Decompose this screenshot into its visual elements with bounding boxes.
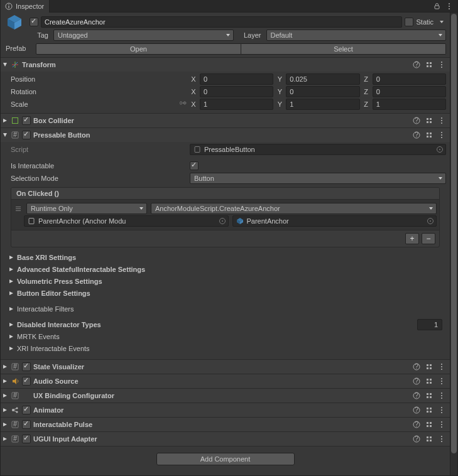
svg-rect-12 bbox=[427, 62, 428, 64]
event-target-field[interactable]: ParentAnchor (Anchor Modu bbox=[24, 215, 229, 227]
preset-icon[interactable] bbox=[425, 60, 433, 69]
mrtk-events-section[interactable]: MRTK Events bbox=[4, 330, 446, 342]
component-title: UX Binding Configurator bbox=[33, 392, 114, 399]
inspector-tab[interactable]: Inspector bbox=[1, 0, 50, 13]
foldout-icon[interactable] bbox=[2, 364, 8, 370]
component-enabled-checkbox[interactable] bbox=[22, 377, 31, 386]
preset-icon[interactable] bbox=[425, 362, 433, 371]
foldout-icon[interactable] bbox=[2, 378, 8, 384]
position-z-input[interactable]: 0 bbox=[373, 73, 446, 85]
help-icon[interactable]: ? bbox=[412, 377, 421, 386]
kebab-icon[interactable] bbox=[437, 391, 446, 400]
help-icon[interactable]: ? bbox=[412, 420, 421, 429]
preset-icon[interactable] bbox=[425, 131, 433, 139]
enabled-checkbox[interactable] bbox=[30, 18, 38, 26]
rotation-x-input[interactable]: 0 bbox=[200, 86, 273, 97]
scale-x-input[interactable]: 1 bbox=[200, 99, 273, 110]
position-y-input[interactable]: 0.025 bbox=[286, 73, 359, 85]
prefab-open-button[interactable]: Open bbox=[36, 43, 241, 55]
interactable-filters-section[interactable]: Interactable Filters bbox=[4, 303, 446, 315]
preset-icon[interactable] bbox=[425, 420, 433, 429]
boxcollider-icon bbox=[11, 116, 19, 125]
static-dropdown-arrow-icon[interactable] bbox=[437, 18, 446, 26]
kebab-icon[interactable] bbox=[437, 131, 446, 139]
kebab-icon[interactable] bbox=[437, 60, 446, 69]
component-enabled-checkbox[interactable] bbox=[22, 420, 31, 429]
component-enabled-checkbox[interactable] bbox=[22, 362, 31, 371]
method-dropdown[interactable]: AnchorModuleScript.CreateAzureAnchor bbox=[151, 203, 437, 214]
drag-handle-icon[interactable] bbox=[14, 204, 23, 213]
help-icon[interactable]: ? bbox=[412, 406, 421, 414]
svg-point-39 bbox=[441, 137, 442, 138]
help-icon[interactable]: ? bbox=[412, 362, 421, 371]
foldout-icon[interactable] bbox=[2, 421, 8, 428]
preset-icon[interactable] bbox=[425, 116, 433, 125]
svg-rect-108 bbox=[427, 440, 428, 441]
help-icon[interactable]: ? bbox=[412, 116, 421, 125]
vertical-scrollbar[interactable] bbox=[450, 13, 457, 475]
static-checkbox[interactable] bbox=[405, 18, 413, 26]
rotation-z-input[interactable]: 0 bbox=[373, 86, 446, 97]
scale-z-input[interactable]: 1 bbox=[373, 99, 446, 110]
is-interactable-checkbox[interactable] bbox=[190, 161, 199, 170]
component-enabled-checkbox[interactable] bbox=[22, 435, 31, 443]
lock-icon[interactable] bbox=[432, 2, 441, 11]
scrollbar-thumb[interactable] bbox=[451, 14, 457, 453]
foldout-icon[interactable] bbox=[2, 117, 8, 124]
component-enabled-checkbox[interactable] bbox=[22, 406, 31, 414]
prefab-select-button[interactable]: Select bbox=[241, 43, 446, 55]
kebab-icon[interactable] bbox=[437, 420, 446, 429]
tag-dropdown[interactable]: Untagged bbox=[53, 30, 234, 41]
preset-icon[interactable] bbox=[425, 391, 433, 400]
kebab-icon[interactable] bbox=[445, 2, 454, 11]
gameobject-name-input[interactable]: CreateAzureAnchor bbox=[41, 16, 402, 28]
component-enabled-checkbox[interactable] bbox=[22, 116, 31, 125]
rotation-y-input[interactable]: 0 bbox=[286, 86, 359, 97]
runtime-dropdown[interactable]: Runtime Only bbox=[26, 203, 147, 214]
foldout-icon[interactable] bbox=[2, 407, 8, 413]
event-argument-field[interactable]: ParentAnchor bbox=[232, 215, 437, 227]
position-x-input[interactable]: 0 bbox=[200, 73, 273, 85]
foldout-icon[interactable] bbox=[2, 132, 8, 138]
object-picker-icon[interactable] bbox=[219, 218, 226, 224]
component-enabled-checkbox[interactable] bbox=[22, 131, 31, 139]
disabled-count-field[interactable]: 1 bbox=[417, 319, 442, 330]
svg-rect-35 bbox=[427, 136, 428, 138]
help-icon[interactable]: ? bbox=[412, 391, 421, 400]
foldout-icon[interactable] bbox=[2, 62, 8, 68]
svg-point-111 bbox=[441, 438, 442, 440]
foldout-icon[interactable] bbox=[2, 392, 8, 399]
advanced-stateful-section[interactable]: Advanced StatefulInteractable Settings bbox=[4, 263, 446, 275]
preset-icon[interactable] bbox=[425, 377, 433, 386]
base-xri-section[interactable]: Base XRI Settings bbox=[4, 251, 446, 263]
layer-dropdown[interactable]: Default bbox=[266, 30, 447, 41]
xri-events-section[interactable]: XRI Interactable Events bbox=[4, 342, 446, 354]
svg-text:#: # bbox=[13, 362, 18, 370]
svg-rect-14 bbox=[427, 65, 428, 67]
kebab-icon[interactable] bbox=[437, 435, 446, 443]
scale-y-input[interactable]: 1 bbox=[286, 99, 359, 110]
disabled-interactor-section[interactable]: Disabled Interactor Types 1 bbox=[4, 318, 446, 330]
help-icon[interactable]: ? bbox=[412, 60, 421, 69]
selection-mode-dropdown[interactable]: Button bbox=[190, 173, 446, 184]
preset-icon[interactable] bbox=[425, 406, 433, 414]
tag-label: Tag bbox=[27, 31, 51, 39]
add-component-button[interactable]: Add Component bbox=[156, 453, 295, 465]
static-label: Static bbox=[416, 18, 435, 26]
add-listener-button[interactable]: + bbox=[405, 233, 419, 244]
object-picker-icon[interactable] bbox=[427, 218, 433, 224]
remove-listener-button[interactable]: − bbox=[422, 233, 435, 244]
svg-rect-97 bbox=[427, 425, 428, 427]
preset-icon[interactable] bbox=[425, 435, 433, 443]
ux-binding-component: #UX Binding Configurator? bbox=[1, 389, 450, 403]
button-editor-section[interactable]: Button Editor Settings bbox=[4, 287, 446, 299]
kebab-icon[interactable] bbox=[437, 362, 446, 371]
kebab-icon[interactable] bbox=[437, 377, 446, 386]
help-icon[interactable]: ? bbox=[412, 435, 421, 443]
kebab-icon[interactable] bbox=[437, 406, 446, 414]
constrain-scale-icon[interactable] bbox=[180, 100, 188, 109]
kebab-icon[interactable] bbox=[437, 116, 446, 125]
foldout-icon[interactable] bbox=[2, 436, 8, 442]
volumetric-press-section[interactable]: Volumetric Press Settings bbox=[4, 275, 446, 287]
help-icon[interactable]: ? bbox=[412, 131, 421, 139]
